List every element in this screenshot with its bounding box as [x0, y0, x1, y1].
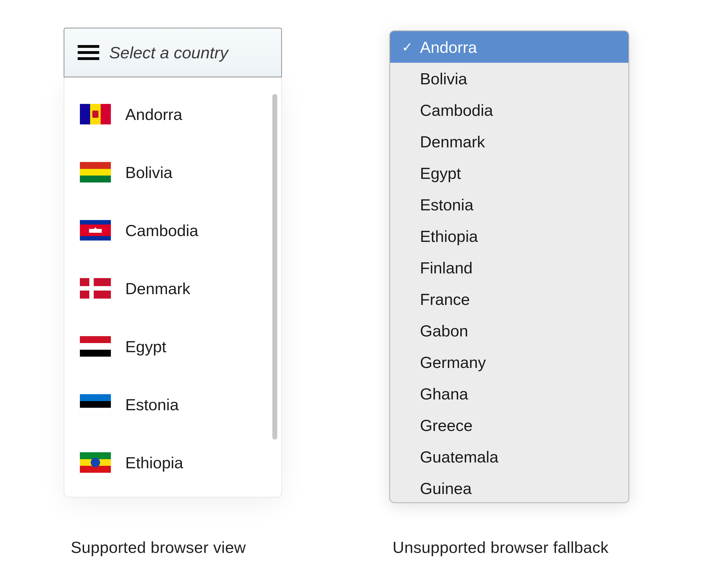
native-option-label: Andorra	[420, 38, 477, 56]
native-option-label: Ethiopia	[420, 227, 478, 245]
native-option-estonia[interactable]: ✓ Estonia	[390, 189, 628, 220]
scrollbar[interactable]	[272, 94, 277, 440]
native-option-label: Guatemala	[420, 448, 499, 466]
custom-option-label: Andorra	[125, 105, 182, 124]
native-option-label: Denmark	[420, 133, 485, 151]
checkmark-icon: ✓	[402, 39, 413, 55]
native-option-label: France	[420, 290, 470, 308]
custom-option-andorra[interactable]: Andorra	[80, 85, 281, 143]
hamburger-icon	[78, 45, 99, 60]
native-option-label: Finland	[420, 258, 472, 277]
custom-select-placeholder: Select a country	[109, 43, 228, 62]
custom-option-label: Egypt	[125, 337, 166, 356]
custom-option-estonia[interactable]: Estonia	[80, 376, 281, 434]
native-option-ghana[interactable]: ✓ Ghana	[390, 378, 628, 409]
native-option-ethiopia[interactable]: ✓ Ethiopia	[390, 220, 628, 252]
native-option-label: Greece	[420, 416, 472, 435]
native-option-label: Bolivia	[420, 69, 467, 88]
native-option-egypt[interactable]: ✓ Egypt	[390, 157, 628, 189]
custom-option-label: Estonia	[125, 395, 179, 414]
caption-supported: Supported browser view	[71, 538, 246, 556]
custom-option-egypt[interactable]: Egypt	[80, 317, 281, 376]
native-option-label: Egypt	[420, 164, 461, 183]
custom-select-option-list: Andorra Bolivia Cambodia Denmark Egypt	[64, 78, 281, 498]
custom-select-panel: Select a country Andorra Bolivia Cambodi…	[63, 28, 282, 498]
custom-select-trigger[interactable]: Select a country	[63, 28, 282, 78]
native-option-label: Guinea	[420, 479, 472, 498]
native-option-label: Estonia	[420, 195, 473, 214]
native-option-finland[interactable]: ✓ Finland	[390, 252, 628, 283]
flag-icon-cambodia	[80, 220, 111, 241]
native-option-label: Cambodia	[420, 101, 493, 119]
custom-option-label: Denmark	[125, 279, 190, 298]
custom-option-denmark[interactable]: Denmark	[80, 259, 281, 317]
native-option-france[interactable]: ✓ France	[390, 283, 628, 315]
custom-option-label: Ethiopia	[125, 453, 183, 472]
native-select-popup: ✓ Andorra ✓ Bolivia ✓ Cambodia ✓ Denmark…	[389, 31, 629, 503]
custom-option-label: Bolivia	[125, 163, 173, 182]
native-option-germany[interactable]: ✓ Germany	[390, 346, 628, 378]
flag-icon-andorra	[80, 104, 111, 125]
flag-icon-denmark	[80, 278, 111, 299]
native-option-cambodia[interactable]: ✓ Cambodia	[390, 94, 628, 126]
custom-option-bolivia[interactable]: Bolivia	[80, 143, 281, 201]
native-option-label: Gabon	[420, 322, 468, 340]
native-option-guatemala[interactable]: ✓ Guatemala	[390, 441, 628, 473]
native-option-denmark[interactable]: ✓ Denmark	[390, 126, 628, 157]
custom-option-cambodia[interactable]: Cambodia	[80, 201, 281, 259]
native-option-andorra[interactable]: ✓ Andorra	[390, 31, 628, 63]
custom-option-ethiopia[interactable]: Ethiopia	[80, 434, 281, 492]
native-option-gabon[interactable]: ✓ Gabon	[390, 315, 628, 346]
native-option-label: Germany	[420, 353, 486, 372]
flag-icon-ethiopia	[80, 452, 111, 473]
custom-select-listbox: Andorra Bolivia Cambodia Denmark Egypt	[63, 78, 282, 498]
flag-icon-estonia	[80, 394, 111, 415]
comparison-figure: Select a country Andorra Bolivia Cambodi…	[0, 0, 705, 588]
native-option-guinea[interactable]: ✓ Guinea	[390, 473, 628, 503]
native-option-label: Ghana	[420, 385, 468, 403]
flag-icon-egypt	[80, 336, 111, 357]
native-option-greece[interactable]: ✓ Greece	[390, 409, 628, 441]
caption-unsupported: Unsupported browser fallback	[392, 538, 609, 556]
flag-icon-bolivia	[80, 162, 111, 183]
native-option-bolivia[interactable]: ✓ Bolivia	[390, 63, 628, 94]
custom-option-label: Cambodia	[125, 221, 198, 240]
